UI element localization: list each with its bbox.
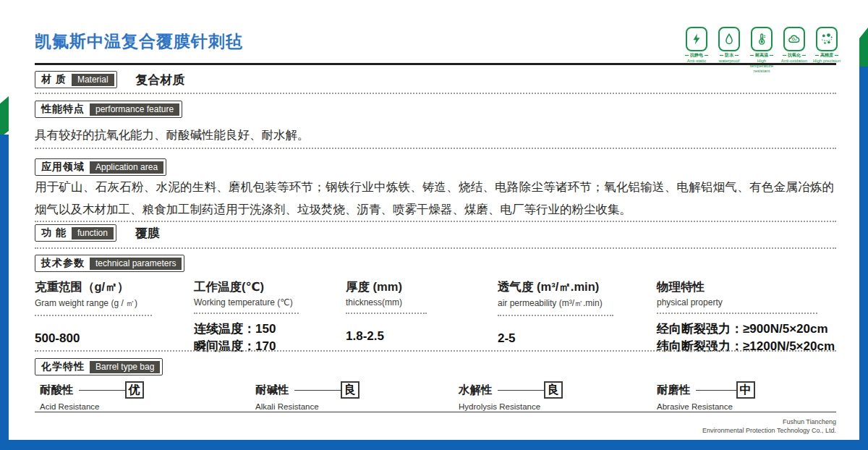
separator [346,313,427,314]
connector-line [498,390,544,391]
connector-line [294,390,341,391]
chem-acid-resistance: 耐酸性 优 Acid Resistance [40,381,144,411]
chemical-label-cn: 化学特性 [41,360,85,373]
material-label-box: 材 质 Material [35,71,117,88]
cloud-o2-icon: O₂ [783,27,805,51]
left-green-ribbon [0,96,9,137]
section-technical: 技术参数 technical parameters [35,255,184,272]
performance-label-box: 性能特点 performance feature [35,101,182,118]
technical-label-en: technical parameters [90,258,182,270]
svg-text:O₂: O₂ [792,37,797,41]
material-label-cn: 材 质 [41,73,67,86]
separator [657,313,817,314]
performance-label-en: performance feature [90,103,179,116]
company-name-line1: Fushun Tiancheng [0,417,836,426]
right-green-ribbon [859,27,868,69]
param-thickness: 厚度 (mm) thickness(mm) 1.8-2.5 [346,279,427,345]
application-body: 用于矿山、石灰石粉、水泥的生料、磨机包装等环节；钢铁行业中炼铁、铸造、烧结、电路… [35,176,834,221]
section-material: 材 质 Material 复合材质 [35,71,185,88]
function-label-en: function [72,227,114,239]
connector-line [79,390,125,391]
function-label-cn: 功 能 [41,226,67,239]
chem-abrasive-resistance: 耐磨性 中 Abrasive Resistance [657,381,755,411]
application-label-box: 应用领域 Application area [35,158,166,176]
chem-alkali-resistance: 耐碱性 良 Alkali Resistance [255,381,359,411]
chemical-label-box: 化学特性 Barrel type bag [35,358,163,375]
bottom-blue-band [0,440,868,450]
function-value: 覆膜 [135,225,160,242]
company-name: Fushun Tiancheng Environmental Protectio… [0,417,836,435]
feature-waterproof: 防水 waterproof [717,27,741,74]
param-physical-property: 物理特性 physical property 经向断裂强力：≥900N/5×20… [657,279,835,355]
chemical-label-en: Barrel type bag [90,361,160,373]
function-label-box: 功 能 function [35,224,116,242]
section-application: 应用领域 Application area [35,158,166,176]
separator [35,148,836,149]
separator [35,247,836,249]
thermometer-icon [751,27,773,51]
application-label-en: Application area [90,161,163,174]
technical-label-cn: 技术参数 [41,257,85,270]
rating-box: 优 [125,381,144,399]
technical-label-box: 技术参数 technical parameters [35,255,184,272]
connector-line [696,390,736,391]
separator [35,350,836,352]
performance-body: 具有较好的抗氧化能力、耐酸碱性能良好、耐水解。 [35,124,834,146]
separator [498,315,613,316]
section-performance: 性能特点 performance feature [35,101,182,118]
rating-box: 良 [544,381,563,399]
separator [35,221,836,222]
separator [194,313,299,314]
material-label-en: Material [72,74,114,86]
chem-hydrolysis-resistance: 水解性 良 Hydrolysis Resistance [459,381,563,411]
feature-high-temperature: 耐高温 High temperature resistant [749,27,774,74]
left-blue-bar [0,135,9,450]
company-name-line2: Environmental Protection Technology Co.,… [0,426,836,435]
feature-icons-row: 抗静电 Anti-static 防水 waterproof 耐高温 High t… [684,27,839,74]
rating-box: 良 [341,381,359,399]
water-drop-icon [718,27,740,51]
section-chemical: 化学特性 Barrel type bag [35,358,163,375]
section-function: 功 能 function 覆膜 [35,224,160,242]
performance-label-cn: 性能特点 [41,103,85,116]
feature-anti-static: 抗静电 Anti-static [684,27,709,74]
footer-divider [35,412,836,412]
right-blue-bar [859,67,868,450]
param-working-temperature: 工作温度(℃) Working temperature (℃) 连续温度：150… [194,279,299,355]
feature-high-precision: 高精度 High precision [814,27,839,74]
param-gram-weight: 克重范围（g/㎡） Gram weight range (g / ㎡) 500-… [35,279,152,347]
material-value: 复合材质 [136,72,185,88]
separator [35,315,152,316]
page-title: 凯氟斯中温复合覆膜针刺毡 [35,30,243,53]
header-divider [35,63,836,65]
lightning-icon [686,27,707,51]
separator [35,93,836,94]
param-air-permeability: 透气度 (m³/㎡.min) air permeability (m³/㎡.mi… [498,279,613,347]
rating-box: 中 [736,381,755,399]
feature-anti-oxidation: O₂ 抗氧化 Anti-oxidation [782,27,807,74]
precision-dots-icon [816,27,838,51]
application-label-cn: 应用领域 [41,161,85,174]
